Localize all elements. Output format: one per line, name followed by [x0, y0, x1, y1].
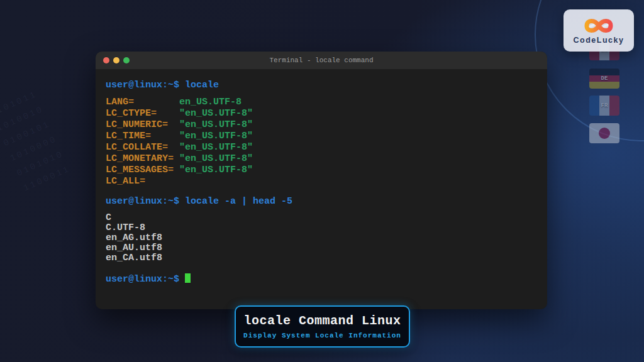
- command-line-3: user@linux:~$: [106, 273, 537, 285]
- locale-list-item: en_AU.utf8: [106, 243, 537, 253]
- locale-var-value: "en_US.UTF-8": [179, 153, 253, 164]
- infinity-logo-icon: [582, 18, 615, 34]
- locale-list-item: en_CA.utf8: [106, 253, 537, 263]
- brand-name: CodeLucky: [574, 36, 625, 45]
- flag-stripe: [589, 82, 619, 89]
- flag-de-icon: DE: [589, 69, 619, 89]
- locale-var-row: LC_ALL=: [106, 176, 537, 187]
- shell-prompt: user@linux:~$: [106, 274, 179, 285]
- locale-var-key: LC_NUMERIC=: [106, 119, 179, 131]
- locale-list-item: en_AG.utf8: [106, 233, 537, 243]
- locale-variables-output: LANG=en_US.UTF-8LC_CTYPE="en_US.UTF-8"LC…: [106, 97, 537, 187]
- shell-prompt: user@linux:~$: [106, 196, 179, 207]
- locale-var-key: LC_MESSAGES=: [106, 165, 179, 176]
- locale-var-value: en_US.UTF-8: [179, 97, 242, 107]
- locale-list-item: C: [106, 213, 537, 223]
- command-text: locale: [185, 80, 219, 90]
- shell-prompt: user@linux:~$: [106, 80, 179, 90]
- terminal-content[interactable]: user@linux:~$ locale LANG=en_US.UTF-8LC_…: [96, 69, 547, 285]
- terminal-titlebar[interactable]: Terminal - locale command: [96, 52, 547, 69]
- locale-var-row: LC_CTYPE="en_US.UTF-8": [106, 108, 537, 119]
- locale-var-row: LANG=en_US.UTF-8: [106, 97, 537, 108]
- locale-var-key: LC_ALL=: [106, 176, 179, 187]
- locale-var-row: LC_COLLATE="en_US.UTF-8": [106, 142, 537, 153]
- locale-var-row: LC_TIME="en_US.UTF-8": [106, 131, 537, 142]
- locale-var-key: LC_CTYPE=: [106, 108, 179, 119]
- caption-subtitle: Display System Locale Information: [243, 332, 401, 339]
- desktop-background: 0101011 1010010 0100101 1010000 0101010 …: [0, 0, 644, 362]
- flag-label: DE: [589, 75, 619, 82]
- flag-jp-disc: [599, 128, 610, 139]
- flag-fr-icon: FR: [589, 96, 619, 116]
- flag-jp-icon: [589, 123, 619, 143]
- locale-var-key: LC_COLLATE=: [106, 142, 179, 153]
- locale-var-value: "en_US.UTF-8": [179, 119, 253, 130]
- flag-stripe: [589, 69, 619, 75]
- flag-label: FR: [589, 102, 619, 109]
- terminal-window: Terminal - locale command user@linux:~$ …: [96, 52, 547, 309]
- caption-title: locale Command Linux: [243, 314, 401, 328]
- command-line-1: user@linux:~$ locale: [106, 80, 537, 91]
- terminal-cursor: [185, 273, 191, 283]
- locale-list-output: CC.UTF-8en_AG.utf8en_AU.utf8en_CA.utf8: [106, 213, 537, 263]
- caption-box: locale Command Linux Display System Loca…: [235, 305, 410, 348]
- window-title: Terminal - locale command: [96, 57, 547, 64]
- locale-list-item: C.UTF-8: [106, 223, 537, 233]
- locale-var-key: LC_MONETARY=: [106, 153, 179, 165]
- codelucky-brand-card: CodeLucky: [564, 9, 634, 52]
- locale-var-value: "en_US.UTF-8": [179, 165, 253, 175]
- locale-var-value: "en_US.UTF-8": [179, 108, 253, 119]
- locale-var-row: LC_MONETARY="en_US.UTF-8": [106, 153, 537, 165]
- locale-var-value: "en_US.UTF-8": [179, 142, 253, 153]
- command-line-2: user@linux:~$ locale -a | head -5: [106, 196, 537, 207]
- locale-var-key: LANG=: [106, 97, 179, 108]
- locale-var-row: LC_NUMERIC="en_US.UTF-8": [106, 119, 537, 131]
- locale-var-value: "en_US.UTF-8": [179, 131, 253, 141]
- locale-var-key: LC_TIME=: [106, 131, 179, 142]
- command-text: locale -a | head -5: [185, 196, 292, 207]
- locale-var-row: LC_MESSAGES="en_US.UTF-8": [106, 165, 537, 176]
